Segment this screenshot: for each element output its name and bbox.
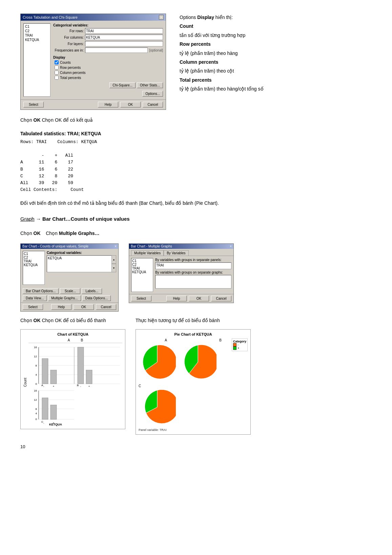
charts-section: Chart of KETQUA Count A B <box>20 329 372 435</box>
frequencies-input[interactable] <box>85 47 148 53</box>
multiple-graphs-dialog: Bar Chart - Multiple Graphs × Multiple V… <box>129 243 234 303</box>
row-percents-label: Row percents <box>60 66 81 70</box>
total-percents-checkbox[interactable] <box>55 76 59 80</box>
dialog-titlebar: Cross Tabulation and Chi-Square × <box>21 14 166 21</box>
categorical-fields: Categorical variables: For rows: For col… <box>53 23 163 53</box>
multi-dialog-title: Bar Chart - Multiple Graphs × <box>129 244 233 249</box>
row-percents-bold: Row percents <box>180 40 372 48</box>
svg-text:-: - <box>80 385 81 388</box>
categorical-label: Categorical variables: <box>53 23 163 27</box>
tab-by-variables[interactable]: By Variables <box>164 250 188 256</box>
bar-chart-area: A B 16 12 <box>28 338 122 426</box>
page-number: 10 <box>20 444 372 449</box>
var-item-c2: C2 <box>24 29 49 33</box>
svg-rect-16 <box>78 347 84 384</box>
multi-dialog-bottom: Select Help OK Cancel <box>129 294 233 303</box>
bar-var-trai: TRAI <box>24 259 44 263</box>
multi-dialog-close-icon[interactable]: × <box>230 244 232 248</box>
multi-help-button[interactable]: Help <box>166 296 187 301</box>
labels-button[interactable]: Labels... <box>82 288 102 294</box>
bar-ok-button[interactable]: OK <box>74 304 94 310</box>
bar-help-button[interactable]: Help <box>51 304 71 310</box>
column-percents-checkbox[interactable] <box>55 71 59 75</box>
svg-rect-33 <box>42 398 48 419</box>
display-label: Display <box>53 56 163 59</box>
variable-list: C1 C2 TRAI KETQUA <box>23 23 50 97</box>
for-columns-input[interactable] <box>85 35 163 40</box>
middle-dialogs: Bar Chart - Counts of unique values, Sim… <box>20 243 372 312</box>
cross-tabulation-dialog: Cross Tabulation and Chi-Square × C1 C2 … <box>20 14 166 110</box>
for-layers-input[interactable] <box>85 41 163 46</box>
bottom-right: Help OK Cancel <box>98 102 163 107</box>
graph-heading: Graph → Bar Chart…Counts of unique value… <box>20 216 372 222</box>
cat-value: KETQUA <box>48 256 62 260</box>
for-columns-label: For columns: <box>53 36 84 39</box>
scroll-down-arrow[interactable]: ▼ <box>111 264 116 272</box>
column-percents-bold: Column percents <box>180 58 372 66</box>
bar-var-ketqua: KETQUA <box>24 263 44 267</box>
svg-text:+: + <box>88 385 90 388</box>
close-icon[interactable]: × <box>159 15 164 20</box>
svg-text:-: - <box>43 385 44 388</box>
multiple-graphs-button[interactable]: Multiple Graphs... <box>48 295 81 301</box>
multi-dialog-body: C1 C2 TRAI KETQUA By variables with grou… <box>129 256 233 294</box>
column-percents-desc: tỷ lệ (phần trăm) theo cột <box>180 67 372 75</box>
svg-text:12: 12 <box>34 398 37 401</box>
multi-cancel-button[interactable]: Cancel <box>211 296 231 301</box>
ok-button[interactable]: OK <box>120 102 141 107</box>
bar-select-button[interactable]: Select <box>23 304 43 310</box>
chi-square-button[interactable]: Chi-Square... <box>109 82 136 88</box>
by-variables-input[interactable]: TRAI <box>155 262 231 269</box>
other-stats-button[interactable]: Other Stats... <box>137 82 163 88</box>
stats-table-pre: Rows: TRAI Columns: KETQUA - + All A 11 … <box>20 139 372 193</box>
cancel-button[interactable]: Cancel <box>143 102 163 107</box>
total-percents-bold: Total percents <box>180 76 372 84</box>
pie-b-svg <box>179 343 216 381</box>
by-variables-graphs-input[interactable] <box>155 275 231 289</box>
column-percents-label: Column percents <box>60 71 86 75</box>
cat-label: Categorical variables: <box>47 251 116 255</box>
options-button[interactable]: Options... <box>142 91 163 97</box>
stats-table: Rows: TRAI Columns: KETQUA - + All A 11 … <box>20 139 372 193</box>
column-percents-row: Column percents <box>53 71 163 75</box>
bar-chart-svg-c: 16 12 8 4 0 C <box>28 389 120 426</box>
pie-chart-area: A B Category - + <box>139 338 248 432</box>
bar-chart-options-button[interactable]: Bar Chart Options... <box>23 288 59 294</box>
bar-cancel-button[interactable]: Cancel <box>96 304 116 310</box>
legend-item-plus: + <box>233 346 246 350</box>
pie-legend: Category - + <box>232 338 248 351</box>
multi-ok-button[interactable]: OK <box>189 296 209 301</box>
for-rows-label: For rows: <box>53 29 84 33</box>
select-button[interactable]: Select <box>23 102 44 107</box>
desc-text: Đối với biến định tính có thể mô tả bằng… <box>20 199 372 207</box>
graph-rest: Bar Chart…Counts of unique values <box>42 216 130 222</box>
bar-dialog-close-icon[interactable]: × <box>115 244 117 248</box>
multi-select-button[interactable]: Select <box>131 296 151 301</box>
multi-var-c1: C1 <box>132 259 152 263</box>
var-item-ketqua: KETQUA <box>24 38 49 42</box>
bar-dialog-title: Bar Chart - Counts of unique values, Sim… <box>21 244 118 249</box>
thuc-hien-label: Thực hiện tương tự để có biểu đồ bánh <box>136 318 220 323</box>
chon-ok-line1: Chọn OK Chọn OK để có kết quả <box>20 117 372 123</box>
row-percents-checkbox[interactable] <box>55 65 59 70</box>
scroll-up-arrow[interactable]: ▲ <box>111 255 116 264</box>
svg-rect-17 <box>86 370 92 384</box>
count-bold: Count <box>180 22 372 30</box>
bar-chart-container: Chart of KETQUA Count A B <box>20 329 125 429</box>
legend-title: Category <box>233 340 246 343</box>
bar-var-c1: C1 <box>24 252 44 256</box>
row-percents-desc: tỷ lệ (phần trăm) theo hàng <box>180 49 372 57</box>
data-options-button[interactable]: Data Options... <box>82 295 111 301</box>
counts-checkbox[interactable] <box>55 60 59 64</box>
cat-input-box[interactable]: KETQUA <box>47 255 116 272</box>
dialog-fields: Categorical variables: For rows: For col… <box>53 23 163 97</box>
for-rows-input[interactable] <box>85 28 163 34</box>
help-button[interactable]: Help <box>98 102 118 107</box>
svg-text:0: 0 <box>36 382 37 385</box>
bar-var-c2: C2 <box>24 256 44 259</box>
tab-multiple-variables[interactable]: Multiple Variables <box>131 250 164 256</box>
dialog-body: C1 C2 TRAI KETQUA Categorical variables:… <box>21 21 166 99</box>
bar-chart-title: Chart of KETQUA <box>23 332 122 336</box>
data-view-button[interactable]: Data View... <box>23 295 47 301</box>
scale-button[interactable]: Scale... <box>60 288 80 294</box>
